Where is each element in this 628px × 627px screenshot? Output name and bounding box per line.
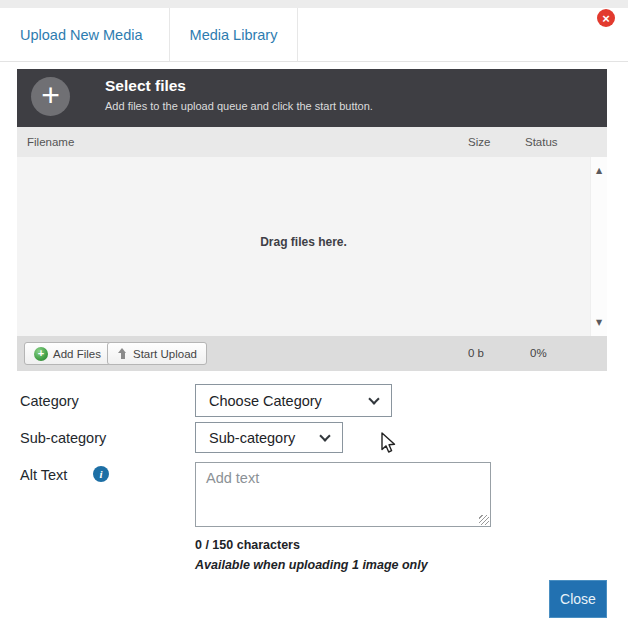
chevron-down-icon — [368, 393, 379, 404]
close-button[interactable]: Close — [549, 580, 607, 618]
plus-icon: + — [31, 77, 70, 116]
media-upload-dialog: Upload New Media Media Library × + Selec… — [0, 0, 628, 627]
tab-bar: Upload New Media Media Library — [0, 8, 628, 62]
drop-zone-text: Drag files here. — [17, 235, 590, 249]
info-icon[interactable]: i — [93, 466, 109, 482]
close-icon[interactable]: × — [597, 9, 615, 27]
upload-arrow-icon — [117, 348, 128, 359]
alt-text-note: Available when uploading 1 image only — [195, 558, 428, 572]
category-select-value: Choose Category — [209, 393, 322, 409]
add-icon: + — [34, 347, 48, 361]
scroll-down-icon[interactable]: ▼ — [591, 318, 607, 327]
file-list-header: Filename Size Status — [17, 127, 607, 157]
dialog-top-edge — [0, 0, 628, 8]
add-files-button[interactable]: + Add Files — [24, 342, 111, 365]
scroll-up-icon[interactable]: ▲ — [591, 166, 607, 175]
resize-handle[interactable] — [479, 515, 489, 525]
subcategory-select-value: Sub-category — [209, 430, 295, 446]
upload-widget: + Select files Add files to the upload q… — [17, 69, 607, 371]
drop-zone[interactable]: Drag files here. ▲ ▼ — [17, 157, 607, 336]
scrollbar[interactable]: ▲ ▼ — [590, 157, 607, 336]
column-size: Size — [468, 127, 490, 157]
chevron-down-icon — [319, 430, 330, 441]
alt-text-field[interactable] — [195, 462, 491, 527]
subcategory-label: Sub-category — [20, 430, 106, 446]
alt-text-label: Alt Text — [20, 467, 67, 483]
progress-percent: 0% — [530, 336, 547, 371]
tab-media-library[interactable]: Media Library — [170, 8, 298, 61]
add-files-label: Add Files — [53, 348, 101, 360]
category-label: Category — [20, 393, 79, 409]
uploader-header: + Select files Add files to the upload q… — [17, 69, 607, 127]
column-filename: Filename — [27, 127, 74, 157]
subcategory-select[interactable]: Sub-category — [195, 422, 343, 453]
tab-library-label: Media Library — [190, 27, 278, 43]
uploader-subtitle: Add files to the upload queue and click … — [105, 100, 373, 112]
start-upload-button[interactable]: Start Upload — [107, 342, 207, 365]
column-status: Status — [525, 127, 558, 157]
cursor-icon — [378, 431, 398, 455]
total-size: 0 b — [468, 336, 484, 371]
tab-upload-new-media[interactable]: Upload New Media — [0, 8, 170, 61]
uploader-title: Select files — [105, 77, 186, 95]
start-upload-label: Start Upload — [133, 348, 197, 360]
uploader-toolbar: + Add Files Start Upload 0 b 0% — [17, 336, 607, 371]
alt-text-field-wrap — [195, 462, 491, 527]
category-select[interactable]: Choose Category — [195, 384, 392, 417]
tab-upload-label: Upload New Media — [20, 27, 143, 43]
character-count: 0 / 150 characters — [195, 538, 300, 552]
